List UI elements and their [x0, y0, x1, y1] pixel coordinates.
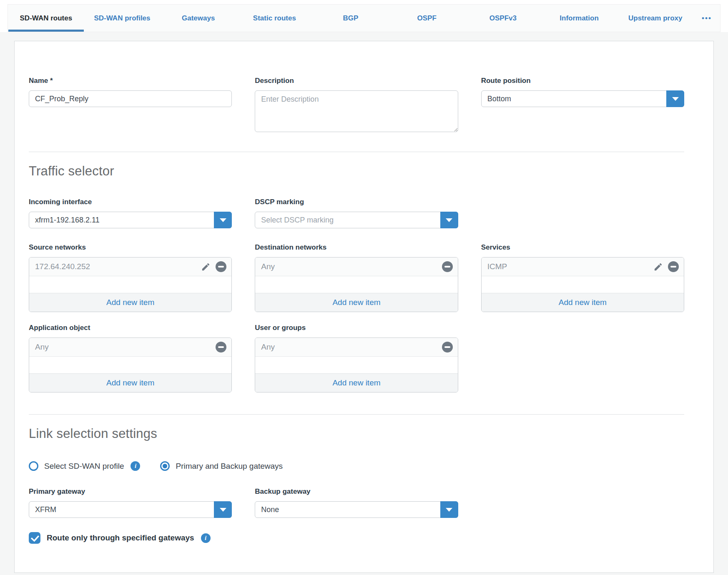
add-new-item-button[interactable]: Add new item: [482, 293, 684, 312]
add-new-item-button[interactable]: Add new item: [29, 293, 231, 312]
dscp-marking-select[interactable]: Select DSCP marking: [255, 212, 458, 228]
tab-bgp[interactable]: BGP: [313, 5, 389, 32]
primary-gateway-value: XFRM: [35, 505, 56, 514]
application-object-field-group: Application object Any Add new item: [29, 324, 232, 392]
dscp-marking-label: DSCP marking: [255, 198, 458, 206]
chevron-down-icon[interactable]: [440, 212, 458, 228]
minus-circle-icon[interactable]: [442, 261, 453, 272]
sdwan-route-form-panel: Name * Description Route position Bottom…: [14, 41, 714, 573]
radio-button-icon[interactable]: [160, 461, 170, 471]
route-position-select[interactable]: Bottom: [481, 90, 684, 107]
route-position-field-group: Route position Bottom: [481, 77, 684, 107]
add-new-item-label: Add new item: [106, 298, 154, 307]
list-item: ICMP: [482, 258, 684, 276]
tab-label: Gateways: [182, 14, 215, 22]
chevron-down-icon[interactable]: [214, 212, 232, 228]
section-divider: [29, 152, 684, 152]
incoming-interface-field-group: Incoming interface xfrm1-192.168.2.11: [29, 198, 232, 228]
tab-ospf[interactable]: OSPF: [389, 5, 465, 32]
services-listbox: ICMP Add new item: [481, 257, 684, 312]
description-label: Description: [255, 77, 458, 85]
minus-circle-icon[interactable]: [668, 261, 679, 272]
chevron-down-icon[interactable]: [214, 501, 232, 518]
source-networks-field-group: Source networks 172.64.240.252 Add new i…: [29, 243, 232, 312]
incoming-interface-select[interactable]: xfrm1-192.168.2.11: [29, 212, 232, 228]
route-only-checkbox-label: Route only through specified gateways: [47, 533, 194, 542]
list-item-text: Any: [261, 262, 275, 271]
list-item: Any: [255, 338, 457, 357]
source-networks-listbox: 172.64.240.252 Add new item: [29, 257, 232, 312]
traffic-selector-heading: Traffic selector: [29, 164, 684, 179]
destination-networks-listbox: Any Add new item: [255, 257, 458, 312]
route-position-value: Bottom: [487, 95, 511, 103]
application-users-row: Application object Any Add new item User…: [29, 324, 684, 392]
dscp-marking-field-group: DSCP marking Select DSCP marking: [255, 198, 458, 228]
add-new-item-button[interactable]: Add new item: [255, 373, 457, 392]
list-item: Any: [255, 258, 457, 276]
section-divider: [29, 414, 684, 415]
description-field-group: Description: [255, 77, 458, 132]
tab-label: OSPFv3: [490, 14, 517, 22]
radio-label: Primary and Backup gateways: [176, 462, 283, 471]
user-or-groups-field-group: User or groups Any Add new item: [255, 324, 458, 392]
chevron-down-icon[interactable]: [440, 501, 458, 518]
pencil-icon[interactable]: [653, 262, 663, 272]
triangle-glyph: [446, 508, 452, 512]
minus-circle-icon[interactable]: [442, 342, 453, 352]
description-textarea[interactable]: [255, 90, 458, 132]
minus-circle-icon[interactable]: [216, 342, 226, 352]
backup-gateway-field-group: Backup gateway None: [255, 488, 458, 518]
basic-fields-row: Name * Description Route position Bottom: [29, 77, 684, 132]
more-ellipsis-icon[interactable]: •••: [693, 5, 720, 32]
radio-option-sdwan-profile[interactable]: Select SD-WAN profile i: [29, 461, 140, 471]
route-position-label: Route position: [481, 77, 684, 85]
triangle-glyph: [446, 218, 452, 222]
services-field-group: Services ICMP Add new item: [481, 243, 684, 312]
tab-information[interactable]: Information: [541, 5, 618, 32]
checkbox-checked-icon[interactable]: [29, 532, 40, 544]
destination-networks-field-group: Destination networks Any Add new item: [255, 243, 458, 312]
content-area: Name * Description Route position Bottom…: [0, 32, 728, 575]
link-selection-radio-row: Select SD-WAN profile i Primary and Back…: [29, 461, 684, 471]
source-networks-label: Source networks: [29, 243, 232, 252]
incoming-interface-label: Incoming interface: [29, 198, 232, 206]
tab-sdwan-routes[interactable]: SD-WAN routes: [8, 5, 84, 32]
add-new-item-label: Add new item: [559, 298, 607, 307]
pencil-icon[interactable]: [201, 262, 211, 272]
radio-option-primary-backup[interactable]: Primary and Backup gateways: [160, 461, 283, 471]
name-label: Name *: [29, 77, 232, 85]
name-input[interactable]: [29, 90, 232, 107]
user-or-groups-listbox: Any Add new item: [255, 338, 458, 392]
networks-row: Source networks 172.64.240.252 Add new i…: [29, 243, 684, 312]
tab-ospfv3[interactable]: OSPFv3: [465, 5, 541, 32]
add-new-item-button[interactable]: Add new item: [29, 373, 231, 392]
tab-label: Static routes: [253, 14, 296, 22]
add-new-item-label: Add new item: [332, 378, 380, 388]
tab-gateways[interactable]: Gateways: [160, 5, 236, 32]
tab-static-routes[interactable]: Static routes: [236, 5, 313, 32]
backup-gateway-select[interactable]: None: [255, 501, 458, 518]
tab-upstream-proxy[interactable]: Upstream proxy: [617, 5, 693, 32]
list-item-text: ICMP: [487, 262, 507, 271]
interface-row: Incoming interface xfrm1-192.168.2.11 DS…: [29, 198, 684, 228]
add-new-item-label: Add new item: [332, 298, 380, 307]
add-new-item-button[interactable]: Add new item: [255, 293, 457, 312]
list-item: 172.64.240.252: [29, 258, 231, 276]
add-new-item-label: Add new item: [106, 378, 154, 388]
primary-gateway-label: Primary gateway: [29, 488, 232, 496]
incoming-interface-value: xfrm1-192.168.2.11: [35, 216, 100, 225]
tab-label: SD-WAN profiles: [94, 14, 150, 22]
radio-button-icon[interactable]: [29, 461, 38, 471]
chevron-down-icon[interactable]: [666, 90, 684, 107]
info-icon[interactable]: i: [131, 461, 140, 471]
minus-circle-icon[interactable]: [216, 261, 226, 272]
info-icon[interactable]: i: [201, 533, 211, 543]
list-item-text: Any: [261, 342, 275, 352]
primary-gateway-select[interactable]: XFRM: [29, 501, 232, 518]
user-or-groups-label: User or groups: [255, 324, 458, 332]
link-selection-heading: Link selection settings: [29, 426, 684, 441]
tab-sdwan-profiles[interactable]: SD-WAN profiles: [84, 5, 161, 32]
triangle-glyph: [220, 508, 226, 512]
list-item-text: Any: [35, 342, 49, 352]
list-item-text: 172.64.240.252: [35, 262, 90, 271]
